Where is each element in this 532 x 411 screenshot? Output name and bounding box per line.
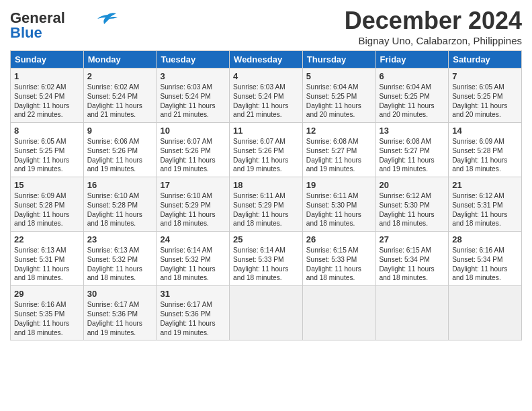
day-number: 13	[380, 126, 445, 136]
calendar-cell: 22Sunrise: 6:13 AM Sunset: 5:31 PM Dayli…	[11, 232, 84, 286]
calendar-body: 1Sunrise: 6:02 AM Sunset: 5:24 PM Daylig…	[11, 68, 522, 340]
calendar-cell: 25Sunrise: 6:14 AM Sunset: 5:33 PM Dayli…	[230, 232, 303, 286]
day-info: Sunrise: 6:16 AM Sunset: 5:35 PM Dayligh…	[14, 300, 80, 337]
calendar-cell: 19Sunrise: 6:11 AM Sunset: 5:30 PM Dayli…	[302, 177, 375, 232]
calendar-cell: 21Sunrise: 6:12 AM Sunset: 5:31 PM Dayli…	[449, 177, 522, 232]
day-number: 3	[160, 71, 226, 81]
week-row-2: 8Sunrise: 6:05 AM Sunset: 5:25 PM Daylig…	[11, 123, 522, 177]
logo: General Blue	[10, 9, 118, 42]
calendar-cell: 6Sunrise: 6:04 AM Sunset: 5:25 PM Daylig…	[375, 68, 449, 123]
calendar-cell: 27Sunrise: 6:15 AM Sunset: 5:34 PM Dayli…	[375, 232, 449, 286]
calendar-cell: 16Sunrise: 6:10 AM Sunset: 5:28 PM Dayli…	[83, 177, 157, 232]
day-info: Sunrise: 6:11 AM Sunset: 5:30 PM Dayligh…	[306, 191, 372, 228]
day-number: 2	[87, 71, 153, 81]
calendar-cell: 26Sunrise: 6:15 AM Sunset: 5:33 PM Dayli…	[302, 232, 375, 286]
day-info: Sunrise: 6:11 AM Sunset: 5:29 PM Dayligh…	[233, 191, 299, 228]
calendar-cell: 9Sunrise: 6:06 AM Sunset: 5:26 PM Daylig…	[83, 123, 157, 177]
calendar-cell	[302, 286, 375, 340]
calendar-cell: 8Sunrise: 6:05 AM Sunset: 5:25 PM Daylig…	[11, 123, 84, 177]
calendar-cell: 20Sunrise: 6:12 AM Sunset: 5:30 PM Dayli…	[375, 177, 449, 232]
day-info: Sunrise: 6:10 AM Sunset: 5:29 PM Dayligh…	[160, 191, 226, 228]
calendar-cell: 7Sunrise: 6:05 AM Sunset: 5:25 PM Daylig…	[449, 68, 522, 123]
header-thursday: Thursday	[302, 51, 375, 68]
calendar-table: SundayMondayTuesdayWednesdayThursdayFrid…	[10, 50, 522, 340]
day-info: Sunrise: 6:07 AM Sunset: 5:26 PM Dayligh…	[160, 137, 226, 174]
day-info: Sunrise: 6:14 AM Sunset: 5:33 PM Dayligh…	[233, 246, 299, 283]
calendar-cell: 17Sunrise: 6:10 AM Sunset: 5:29 PM Dayli…	[157, 177, 230, 232]
day-number: 9	[87, 126, 153, 136]
day-info: Sunrise: 6:17 AM Sunset: 5:36 PM Dayligh…	[160, 300, 226, 337]
calendar-cell: 4Sunrise: 6:03 AM Sunset: 5:24 PM Daylig…	[230, 68, 303, 123]
calendar-header-row: SundayMondayTuesdayWednesdayThursdayFrid…	[11, 51, 522, 68]
day-number: 23	[87, 234, 153, 244]
day-info: Sunrise: 6:12 AM Sunset: 5:31 PM Dayligh…	[452, 191, 518, 228]
day-number: 18	[233, 180, 299, 190]
day-info: Sunrise: 6:03 AM Sunset: 5:24 PM Dayligh…	[160, 83, 226, 120]
day-info: Sunrise: 6:02 AM Sunset: 5:24 PM Dayligh…	[87, 83, 153, 120]
day-number: 30	[87, 289, 153, 299]
day-info: Sunrise: 6:15 AM Sunset: 5:33 PM Dayligh…	[306, 246, 372, 283]
calendar-cell: 28Sunrise: 6:16 AM Sunset: 5:34 PM Dayli…	[449, 232, 522, 286]
day-number: 10	[160, 126, 226, 136]
calendar-cell: 5Sunrise: 6:04 AM Sunset: 5:25 PM Daylig…	[302, 68, 375, 123]
day-number: 15	[14, 180, 80, 190]
day-number: 4	[233, 71, 299, 81]
day-number: 20	[380, 180, 445, 190]
day-number: 12	[306, 126, 372, 136]
calendar-cell: 11Sunrise: 6:07 AM Sunset: 5:26 PM Dayli…	[230, 123, 303, 177]
day-number: 21	[452, 180, 518, 190]
calendar-cell: 10Sunrise: 6:07 AM Sunset: 5:26 PM Dayli…	[157, 123, 230, 177]
calendar-cell	[230, 286, 303, 340]
week-row-4: 22Sunrise: 6:13 AM Sunset: 5:31 PM Dayli…	[11, 232, 522, 286]
logo-blue: Blue	[10, 24, 42, 42]
header-friday: Friday	[375, 51, 449, 68]
day-info: Sunrise: 6:16 AM Sunset: 5:34 PM Dayligh…	[452, 246, 518, 283]
calendar-cell: 14Sunrise: 6:09 AM Sunset: 5:28 PM Dayli…	[449, 123, 522, 177]
calendar-cell: 31Sunrise: 6:17 AM Sunset: 5:36 PM Dayli…	[157, 286, 230, 340]
day-number: 29	[14, 289, 80, 299]
calendar-cell: 3Sunrise: 6:03 AM Sunset: 5:24 PM Daylig…	[157, 68, 230, 123]
day-info: Sunrise: 6:04 AM Sunset: 5:25 PM Dayligh…	[380, 83, 445, 120]
day-number: 19	[306, 180, 372, 190]
day-number: 6	[380, 71, 445, 81]
day-info: Sunrise: 6:12 AM Sunset: 5:30 PM Dayligh…	[380, 191, 445, 228]
header-saturday: Saturday	[449, 51, 522, 68]
day-number: 28	[452, 234, 518, 244]
day-info: Sunrise: 6:09 AM Sunset: 5:28 PM Dayligh…	[14, 191, 80, 228]
calendar-cell: 23Sunrise: 6:13 AM Sunset: 5:32 PM Dayli…	[83, 232, 157, 286]
calendar-cell	[375, 286, 449, 340]
calendar-cell	[449, 286, 522, 340]
day-info: Sunrise: 6:02 AM Sunset: 5:24 PM Dayligh…	[14, 83, 80, 120]
day-number: 27	[380, 234, 445, 244]
day-number: 17	[160, 180, 226, 190]
day-info: Sunrise: 6:05 AM Sunset: 5:25 PM Dayligh…	[452, 83, 518, 120]
day-info: Sunrise: 6:13 AM Sunset: 5:32 PM Dayligh…	[87, 246, 153, 283]
day-number: 7	[452, 71, 518, 81]
day-number: 31	[160, 289, 226, 299]
day-info: Sunrise: 6:08 AM Sunset: 5:27 PM Dayligh…	[306, 137, 372, 174]
day-info: Sunrise: 6:04 AM Sunset: 5:25 PM Dayligh…	[306, 83, 372, 120]
calendar-cell: 29Sunrise: 6:16 AM Sunset: 5:35 PM Dayli…	[11, 286, 84, 340]
day-number: 25	[233, 234, 299, 244]
day-number: 1	[14, 71, 80, 81]
calendar-title-area: December 2024 Bignay Uno, Calabarzon, Ph…	[345, 7, 522, 46]
header-sunday: Sunday	[11, 51, 84, 68]
day-number: 22	[14, 234, 80, 244]
calendar-cell: 30Sunrise: 6:17 AM Sunset: 5:36 PM Dayli…	[83, 286, 157, 340]
day-info: Sunrise: 6:09 AM Sunset: 5:28 PM Dayligh…	[452, 137, 518, 174]
calendar-cell: 12Sunrise: 6:08 AM Sunset: 5:27 PM Dayli…	[302, 123, 375, 177]
day-number: 14	[452, 126, 518, 136]
day-info: Sunrise: 6:17 AM Sunset: 5:36 PM Dayligh…	[87, 300, 153, 337]
day-info: Sunrise: 6:06 AM Sunset: 5:26 PM Dayligh…	[87, 137, 153, 174]
day-info: Sunrise: 6:14 AM Sunset: 5:32 PM Dayligh…	[160, 246, 226, 283]
logo-bird-icon	[97, 12, 118, 24]
day-info: Sunrise: 6:03 AM Sunset: 5:24 PM Dayligh…	[233, 83, 299, 120]
day-info: Sunrise: 6:07 AM Sunset: 5:26 PM Dayligh…	[233, 137, 299, 174]
header-monday: Monday	[83, 51, 157, 68]
day-number: 8	[14, 126, 80, 136]
calendar-cell: 13Sunrise: 6:08 AM Sunset: 5:27 PM Dayli…	[375, 123, 449, 177]
week-row-3: 15Sunrise: 6:09 AM Sunset: 5:28 PM Dayli…	[11, 177, 522, 232]
page-header: General Blue December 2024 Bignay Uno, C…	[10, 7, 522, 46]
day-info: Sunrise: 6:10 AM Sunset: 5:28 PM Dayligh…	[87, 191, 153, 228]
day-number: 24	[160, 234, 226, 244]
